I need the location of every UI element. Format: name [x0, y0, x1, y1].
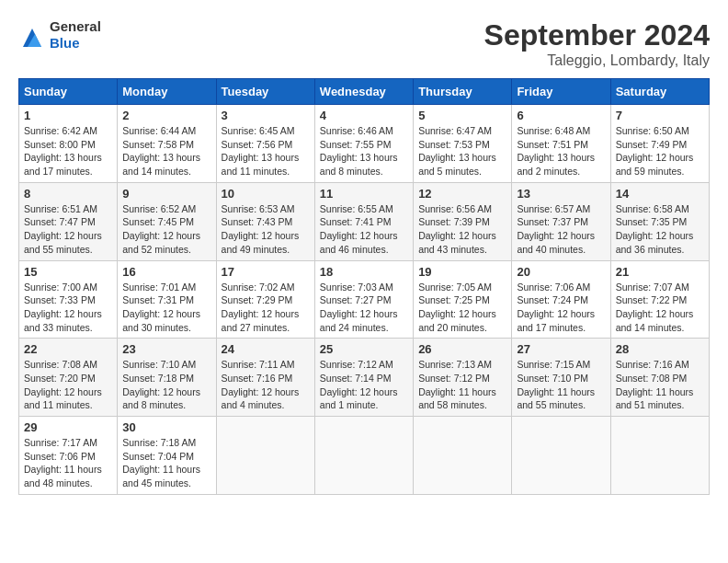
calendar-cell: 19 Sunrise: 7:05 AM Sunset: 7:25 PM Dayl…: [414, 260, 512, 339]
day-number: 30: [122, 420, 210, 434]
day-number: 20: [517, 265, 605, 279]
logo-text-blue: Blue: [50, 35, 101, 52]
calendar-table: SundayMondayTuesdayWednesdayThursdayFrid…: [18, 78, 710, 495]
sunrise-text: Sunrise: 6:46 AM: [320, 125, 393, 136]
calendar-cell: 1 Sunrise: 6:42 AM Sunset: 8:00 PM Dayli…: [19, 105, 118, 183]
day-number: 12: [418, 187, 506, 201]
daylight-text: Daylight: 12 hours and 33 minutes.: [24, 308, 102, 333]
sunrise-text: Sunrise: 6:58 AM: [616, 203, 689, 214]
day-number: 13: [517, 187, 605, 201]
calendar-cell: 21 Sunrise: 7:07 AM Sunset: 7:22 PM Dayl…: [610, 260, 709, 339]
day-info: Sunrise: 7:12 AM Sunset: 7:14 PM Dayligh…: [320, 358, 408, 412]
day-info: Sunrise: 7:01 AM Sunset: 7:31 PM Dayligh…: [122, 281, 210, 335]
sunrise-text: Sunrise: 6:52 AM: [122, 203, 196, 214]
sunrise-text: Sunrise: 6:50 AM: [616, 125, 689, 136]
day-number: 26: [418, 342, 506, 356]
calendar-cell: 10 Sunrise: 6:53 AM Sunset: 7:43 PM Dayl…: [216, 182, 314, 260]
calendar-week-1: 1 Sunrise: 6:42 AM Sunset: 8:00 PM Dayli…: [19, 105, 710, 183]
day-info: Sunrise: 6:57 AM Sunset: 7:37 PM Dayligh…: [517, 202, 605, 257]
day-number: 1: [24, 109, 112, 122]
location-subtitle: Taleggio, Lombardy, Italy: [484, 52, 710, 69]
day-info: Sunrise: 7:17 AM Sunset: 7:06 PM Dayligh…: [24, 436, 112, 490]
day-info: Sunrise: 7:13 AM Sunset: 7:12 PM Dayligh…: [418, 358, 506, 412]
sunrise-text: Sunrise: 7:01 AM: [122, 282, 196, 293]
day-number: 5: [418, 109, 506, 122]
daylight-text: Daylight: 11 hours and 45 minutes.: [122, 464, 200, 488]
day-info: Sunrise: 7:10 AM Sunset: 7:18 PM Dayligh…: [122, 358, 210, 412]
calendar-cell: 2 Sunrise: 6:44 AM Sunset: 7:58 PM Dayli…: [118, 105, 216, 183]
daylight-text: Daylight: 13 hours and 11 minutes.: [222, 152, 300, 177]
sunrise-text: Sunrise: 6:53 AM: [222, 203, 295, 214]
day-info: Sunrise: 7:03 AM Sunset: 7:27 PM Dayligh…: [320, 281, 408, 335]
col-header-tuesday: Tuesday: [216, 79, 314, 105]
sunset-text: Sunset: 7:51 PM: [517, 139, 588, 150]
logo-text-general: General: [50, 18, 101, 35]
sunrise-text: Sunrise: 7:07 AM: [616, 282, 689, 293]
daylight-text: Daylight: 12 hours and 46 minutes.: [320, 230, 398, 255]
daylight-text: Daylight: 12 hours and 59 minutes.: [616, 152, 694, 177]
day-info: Sunrise: 6:45 AM Sunset: 7:56 PM Dayligh…: [222, 124, 310, 178]
sunrise-text: Sunrise: 6:51 AM: [24, 203, 97, 214]
sunset-text: Sunset: 7:29 PM: [222, 294, 293, 305]
daylight-text: Daylight: 12 hours and 49 minutes.: [222, 230, 300, 255]
calendar-cell: [216, 417, 314, 495]
col-header-monday: Monday: [118, 79, 216, 105]
daylight-text: Daylight: 12 hours and 36 minutes.: [616, 230, 694, 255]
day-info: Sunrise: 7:06 AM Sunset: 7:24 PM Dayligh…: [517, 281, 605, 335]
day-number: 18: [320, 265, 408, 279]
col-header-wednesday: Wednesday: [314, 79, 413, 105]
calendar-cell: 29 Sunrise: 7:17 AM Sunset: 7:06 PM Dayl…: [19, 417, 118, 495]
day-info: Sunrise: 6:47 AM Sunset: 7:53 PM Dayligh…: [418, 124, 506, 178]
sunset-text: Sunset: 7:39 PM: [418, 216, 490, 227]
calendar-cell: [512, 417, 610, 495]
calendar-cell: 20 Sunrise: 7:06 AM Sunset: 7:24 PM Dayl…: [512, 260, 610, 339]
calendar-cell: 18 Sunrise: 7:03 AM Sunset: 7:27 PM Dayl…: [314, 260, 413, 339]
day-number: 29: [24, 420, 112, 434]
daylight-text: Daylight: 13 hours and 17 minutes.: [24, 152, 102, 177]
daylight-text: Daylight: 12 hours and 20 minutes.: [418, 308, 496, 333]
daylight-text: Daylight: 12 hours and 24 minutes.: [320, 308, 398, 333]
day-info: Sunrise: 6:52 AM Sunset: 7:45 PM Dayligh…: [122, 202, 210, 257]
calendar-cell: 9 Sunrise: 6:52 AM Sunset: 7:45 PM Dayli…: [118, 182, 216, 260]
sunset-text: Sunset: 7:33 PM: [24, 294, 96, 305]
sunrise-text: Sunrise: 7:02 AM: [222, 282, 295, 293]
day-info: Sunrise: 7:02 AM Sunset: 7:29 PM Dayligh…: [222, 281, 310, 335]
calendar-cell: 16 Sunrise: 7:01 AM Sunset: 7:31 PM Dayl…: [118, 260, 216, 339]
day-number: 25: [320, 342, 408, 356]
sunrise-text: Sunrise: 7:15 AM: [517, 359, 590, 370]
sunset-text: Sunset: 7:25 PM: [418, 294, 490, 305]
day-number: 17: [222, 265, 310, 279]
day-number: 11: [320, 187, 408, 201]
calendar-header-row: SundayMondayTuesdayWednesdayThursdayFrid…: [19, 79, 710, 105]
day-info: Sunrise: 7:18 AM Sunset: 7:04 PM Dayligh…: [122, 436, 210, 490]
calendar-week-4: 22 Sunrise: 7:08 AM Sunset: 7:20 PM Dayl…: [19, 339, 710, 417]
day-number: 15: [24, 265, 112, 279]
day-number: 8: [24, 187, 112, 201]
col-header-saturday: Saturday: [610, 79, 709, 105]
day-info: Sunrise: 6:50 AM Sunset: 7:49 PM Dayligh…: [616, 124, 704, 178]
day-info: Sunrise: 6:53 AM Sunset: 7:43 PM Dayligh…: [222, 202, 310, 257]
sunset-text: Sunset: 7:10 PM: [517, 373, 588, 384]
calendar-cell: [314, 417, 413, 495]
daylight-text: Daylight: 12 hours and 55 minutes.: [24, 230, 102, 255]
day-info: Sunrise: 7:15 AM Sunset: 7:10 PM Dayligh…: [517, 358, 605, 412]
sunset-text: Sunset: 7:41 PM: [320, 216, 392, 227]
day-number: 14: [616, 187, 704, 201]
sunset-text: Sunset: 7:18 PM: [122, 373, 194, 384]
calendar-cell: 17 Sunrise: 7:02 AM Sunset: 7:29 PM Dayl…: [216, 260, 314, 339]
calendar-cell: [414, 417, 512, 495]
daylight-text: Daylight: 11 hours and 48 minutes.: [24, 464, 102, 488]
day-number: 10: [222, 187, 310, 201]
col-header-thursday: Thursday: [414, 79, 512, 105]
day-number: 27: [517, 342, 605, 356]
day-info: Sunrise: 6:46 AM Sunset: 7:55 PM Dayligh…: [320, 124, 408, 178]
sunset-text: Sunset: 7:22 PM: [616, 294, 688, 305]
calendar-cell: 12 Sunrise: 6:56 AM Sunset: 7:39 PM Dayl…: [414, 182, 512, 260]
daylight-text: Daylight: 11 hours and 51 minutes.: [616, 386, 694, 411]
sunset-text: Sunset: 7:43 PM: [222, 216, 293, 227]
calendar-week-5: 29 Sunrise: 7:17 AM Sunset: 7:06 PM Dayl…: [19, 417, 710, 495]
page-header: General Blue September 2024 Taleggio, Lo…: [18, 18, 710, 69]
sunset-text: Sunset: 7:08 PM: [616, 373, 688, 384]
calendar-cell: 22 Sunrise: 7:08 AM Sunset: 7:20 PM Dayl…: [19, 339, 118, 417]
calendar-cell: 8 Sunrise: 6:51 AM Sunset: 7:47 PM Dayli…: [19, 182, 118, 260]
